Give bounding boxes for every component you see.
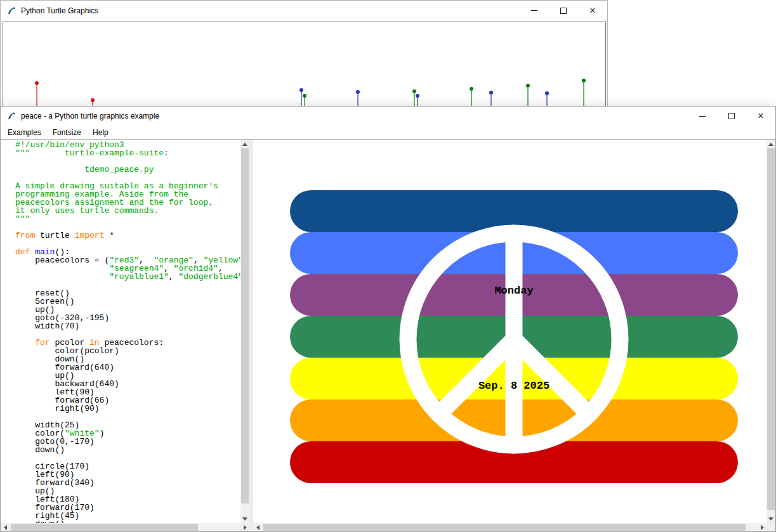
resize-grip[interactable] [766, 523, 775, 531]
close-icon: × [758, 111, 763, 121]
scroll-left-icon[interactable] [253, 523, 262, 531]
peace-demo-window: peace - a Python turtle graphics example… [0, 106, 776, 532]
minimize-button[interactable] [688, 107, 717, 126]
code-line: """ [15, 215, 240, 223]
scroll-right-icon[interactable] [758, 523, 766, 531]
code-line: "royalblue1", "dodgerblue4") [15, 273, 240, 281]
scroll-down-icon[interactable] [766, 514, 775, 523]
code-hscroll-track[interactable] [10, 523, 240, 531]
close-icon: × [589, 6, 595, 16]
scroll-right-icon[interactable] [240, 523, 249, 531]
code-vscroll-thumb[interactable] [241, 148, 249, 503]
canvas-vscroll-thumb[interactable] [767, 148, 775, 510]
menu-fontsize[interactable]: Fontsize [47, 126, 87, 139]
code-line: it only uses turtle commands. [15, 207, 240, 215]
scroll-up-icon[interactable] [240, 139, 249, 148]
scroll-left-icon[interactable] [1, 523, 10, 531]
minimize-icon [699, 116, 706, 117]
maximize-icon [728, 113, 735, 119]
canvas-horizontal-scrollbar[interactable] [253, 523, 766, 531]
scroll-down-icon[interactable] [240, 514, 249, 523]
front-window-titlebar[interactable]: peace - a Python turtle graphics example… [1, 107, 775, 126]
code-line: width(70) [15, 322, 240, 330]
minimize-icon [531, 10, 537, 11]
code-line: from turtle import * [15, 231, 240, 240]
close-button[interactable]: × [746, 107, 775, 126]
code-line: """ turtle-example-suite: [15, 149, 240, 157]
maximize-icon [560, 8, 567, 14]
front-window-controls: × [688, 107, 775, 126]
menu-examples[interactable]: Examples [2, 126, 47, 139]
scroll-up-icon[interactable] [766, 139, 775, 148]
menubar: Examples Fontsize Help [1, 126, 775, 139]
maximize-button[interactable] [549, 1, 578, 20]
back-window-titlebar[interactable]: Python Turtle Graphics × [1, 1, 607, 20]
close-button[interactable]: × [578, 1, 607, 20]
back-window-title: Python Turtle Graphics [21, 6, 98, 15]
date-label: Sep. 8 2025 [478, 380, 549, 392]
turtle-icon [7, 112, 16, 120]
code-vertical-scrollbar[interactable] [240, 139, 249, 523]
code-horizontal-scrollbar[interactable] [1, 523, 249, 531]
peace-canvas: Monday Sep. 8 2025 [253, 139, 766, 523]
source-code-pane[interactable]: #!/usr/bin/env python3""" turtle-example… [1, 139, 240, 523]
minimize-button[interactable] [520, 1, 549, 20]
back-window-controls: × [520, 1, 607, 20]
canvas-hscroll-track[interactable] [262, 523, 758, 531]
code-line: down() [15, 446, 240, 454]
canvas-vertical-scrollbar[interactable] [766, 139, 775, 523]
turtle-icon [7, 6, 16, 15]
weekday-label: Monday [494, 285, 533, 297]
maximize-button[interactable] [717, 107, 746, 126]
code-line: right(90) [15, 405, 240, 413]
code-line: tdemo_peace.py [15, 165, 240, 174]
canvas-hscroll-thumb[interactable] [263, 524, 746, 531]
bottom-scrollbars [1, 523, 775, 531]
front-window-title: peace - a Python turtle graphics example [21, 112, 159, 120]
code-hscroll-thumb[interactable] [11, 524, 198, 531]
peace-drawing: Monday Sep. 8 2025 [253, 139, 766, 523]
main-content: #!/usr/bin/env python3""" turtle-example… [1, 139, 775, 523]
menu-help[interactable]: Help [87, 126, 114, 139]
